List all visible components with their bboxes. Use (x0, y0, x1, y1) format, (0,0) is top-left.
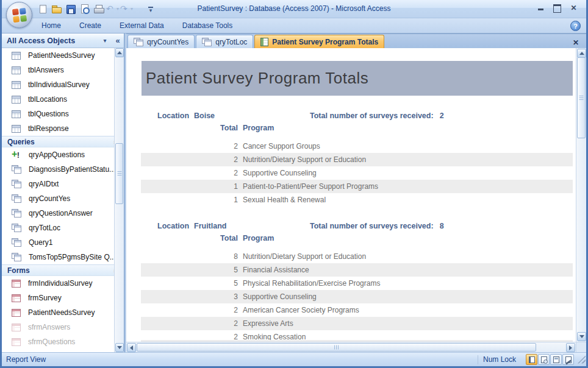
document-tab[interactable]: qryCountYes (127, 35, 195, 48)
close-tab-icon[interactable] (571, 37, 581, 46)
nav-group: Queries qryAppQuestions (2, 136, 124, 264)
form-icon (12, 294, 21, 302)
row-total-value: 1 (202, 193, 238, 207)
numlock-indicator: Num Lock (483, 355, 516, 364)
report-row: 2 Expressive Arts (141, 317, 573, 330)
qat-button[interactable] (92, 2, 104, 15)
nav-item[interactable]: tblResponse (2, 121, 124, 136)
customize-qat-icon[interactable] (146, 4, 155, 14)
document-tab[interactable]: qryTotLoc (196, 35, 253, 48)
scroll-up-icon[interactable] (577, 49, 586, 58)
scroll-down-icon[interactable] (115, 343, 124, 352)
nav-item-label: tblQuestions (28, 110, 69, 118)
minimize-icon[interactable] (534, 4, 547, 13)
ribbon-tab[interactable]: Home (32, 18, 70, 33)
print-preview-view-icon[interactable] (538, 354, 550, 365)
nav-scrollbar-thumb[interactable] (115, 143, 123, 204)
row-program-name: American Cancer Society Programs (243, 303, 359, 317)
report-view-icon[interactable] (526, 354, 537, 365)
location-label: Location (157, 222, 189, 230)
nav-group-header[interactable]: Forms (2, 264, 124, 276)
view-button-glyph (529, 356, 535, 363)
view-button-glyph (553, 356, 559, 363)
vertical-scrollbar[interactable] (576, 48, 586, 342)
qat-button[interactable] (106, 2, 118, 15)
report-canvas: Patient Survey Program Totals Location B… (126, 48, 576, 342)
help-button[interactable] (570, 21, 581, 31)
nav-item-label: frmSurvey (28, 294, 62, 302)
nav-item[interactable]: sfrmAnswers (2, 320, 124, 334)
row-program-name: Cancer Support Groups (243, 140, 320, 153)
qat-button[interactable] (120, 2, 132, 15)
nav-item[interactable]: qryTotLoc (2, 221, 124, 235)
nav-item[interactable]: qryQuestionAnswer (2, 206, 124, 221)
nav-item[interactable]: qryAppQuestions (2, 147, 124, 162)
horizontal-scrollbar[interactable] (126, 342, 576, 352)
table-icon (12, 66, 21, 74)
office-button[interactable] (6, 2, 32, 28)
horizontal-scrollbar-thumb[interactable] (137, 343, 536, 352)
report-row: 2 Cancer Support Groups (141, 140, 573, 153)
qat-button[interactable] (50, 2, 62, 15)
nav-item[interactable]: tblAnswers (2, 63, 124, 77)
scroll-up-icon[interactable] (115, 48, 124, 57)
nav-item[interactable]: TomsTop5PgmsBySite Q... (2, 250, 124, 264)
query-icon (12, 238, 21, 247)
nav-menu-arrow-icon[interactable] (98, 37, 112, 44)
new-file-icon (37, 4, 48, 14)
nav-item[interactable]: qryAIDtxt (2, 177, 124, 191)
report-rows: 8 Nutrition/Dietary Support or Education… (141, 250, 573, 342)
surveys-received: Total number of surveys received: 2 (310, 111, 444, 120)
view-button-glyph (541, 356, 547, 363)
report-row: 2 American Cancer Society Programs (141, 303, 573, 317)
report-icon (260, 38, 268, 46)
nav-item[interactable]: qryCountYes (2, 191, 124, 206)
nav-item[interactable]: tblIndividualSurvey (2, 77, 124, 92)
nav-item[interactable]: tblLocations (2, 92, 124, 107)
table-icon (12, 125, 21, 133)
close-icon[interactable] (567, 4, 580, 13)
layout-view-icon[interactable] (550, 354, 562, 365)
document-tab[interactable]: Patient Survey Program Totals (254, 35, 384, 48)
save-icon (65, 4, 76, 14)
nav-item[interactable]: frmSurvey (2, 291, 124, 305)
nav-pane-header[interactable]: All Access Objects (2, 34, 124, 48)
surveys-received-count: 8 (440, 222, 444, 230)
report-group: Location Fruitland Total number of surve… (141, 222, 573, 342)
ribbon-tab[interactable]: Database Tools (173, 18, 242, 33)
nav-scrollbar[interactable] (114, 48, 124, 352)
scroll-left-icon[interactable] (127, 343, 136, 352)
office-logo-red-square (12, 9, 18, 15)
row-program-name: Nutrition/Dietary Support or Education (243, 250, 366, 263)
nav-group: Forms frmIndividualSurvey (2, 264, 124, 352)
nav-item-label: PatientNeedsSurvey (28, 308, 95, 317)
form-icon (12, 309, 21, 317)
scroll-right-icon[interactable] (566, 343, 575, 352)
row-total-value: 3 (202, 290, 238, 303)
design-view-icon[interactable] (562, 354, 574, 365)
qat-button[interactable] (78, 2, 90, 15)
resize-grip-icon[interactable] (578, 356, 586, 364)
nav-item[interactable]: sfrmQuestions (2, 334, 124, 349)
nav-item[interactable]: Query1 (2, 235, 124, 250)
status-separator (478, 355, 478, 364)
row-total-value: 1 (202, 180, 238, 193)
table-icon (12, 52, 21, 60)
nav-item-label: Query1 (29, 238, 52, 247)
vertical-scrollbar-thumb[interactable] (577, 57, 586, 138)
nav-item[interactable]: DiagnosisByPatientStatu... (2, 162, 124, 177)
qat-button[interactable] (36, 2, 48, 15)
nav-item[interactable]: PatientNeedsSurvey (2, 305, 124, 320)
ribbon-tab[interactable]: External Data (110, 18, 173, 33)
nav-item[interactable]: frmIndividualSurvey (2, 276, 124, 291)
maximize-icon[interactable] (551, 4, 564, 13)
nav-item[interactable]: tblQuestions (2, 107, 124, 121)
scroll-down-icon[interactable] (577, 332, 586, 341)
nav-item[interactable]: PatientNeedsSurvey (2, 48, 124, 63)
shutter-bar-close-icon[interactable] (112, 36, 124, 45)
qat-button[interactable] (64, 2, 76, 15)
query-icon (12, 194, 21, 203)
ribbon-tab[interactable]: Create (70, 18, 110, 33)
form-icon (12, 280, 21, 288)
nav-group-header[interactable]: Queries (2, 136, 124, 147)
